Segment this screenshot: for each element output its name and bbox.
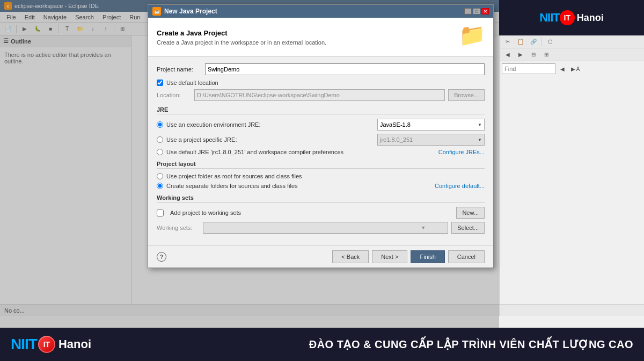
layout-project-root-label: Use project folder as root for sources a… xyxy=(166,173,302,179)
working-sets-input-row: Working sets: ▼ Select... xyxy=(157,222,485,234)
jre-env-dropdown-arrow: ▼ xyxy=(478,122,482,127)
dialog-header-title: Create a Java Project xyxy=(157,29,326,37)
right-toolbar-btn-2[interactable]: 📋 xyxy=(515,37,526,47)
right-toolbar-btn-3[interactable]: 🔗 xyxy=(528,37,539,47)
right-toolbar-sep xyxy=(541,38,542,46)
jre-section-label: JRE xyxy=(157,106,485,114)
working-sets-section-label: Working sets xyxy=(157,194,485,203)
niit-slogan: ĐÀO TẠO & CUNG CẤP LẬP TRÌNH VIÊN CHẤT L… xyxy=(309,338,633,351)
working-sets-dropdown-arrow: ▼ xyxy=(421,225,426,230)
footer-right: < Back Next > Finish Cancel xyxy=(332,250,485,263)
jre-env-dropdown[interactable]: JavaSE-1.8 ▼ xyxy=(377,119,485,131)
dialog-window-buttons: _ □ ✕ xyxy=(464,8,489,15)
use-default-location-row: Use default location xyxy=(157,80,485,86)
jre-section: JRE Use an execution environment JRE: Ja… xyxy=(157,106,485,155)
jre-specific-radio[interactable] xyxy=(157,136,163,143)
jre-env-radio[interactable] xyxy=(157,121,163,128)
configure-jre-link[interactable]: Configure JREs... xyxy=(438,149,485,155)
hanoi-text-top: Hanoi xyxy=(577,12,604,24)
project-layout-section: Project layout Use project folder as roo… xyxy=(157,161,485,189)
cancel-button[interactable]: Cancel xyxy=(448,250,485,263)
location-input xyxy=(194,89,445,101)
jre-env-value: JavaSE-1.8 xyxy=(380,121,411,128)
project-name-input[interactable] xyxy=(205,63,485,75)
dialog-maximize-btn[interactable]: □ xyxy=(473,8,480,15)
dialog-header: Create a Java Project Create a Java proj… xyxy=(148,18,493,57)
right-toolbar-btn-4[interactable]: ⬡ xyxy=(544,37,556,47)
niit-bottom-bar: NIIT IT Hanoi ĐÀO TẠO & CUNG CẤP LẬP TRÌ… xyxy=(0,328,644,361)
niit-icon-top: IT xyxy=(560,10,575,25)
dialog-close-btn[interactable]: ✕ xyxy=(481,8,489,15)
footer-left: ? xyxy=(157,252,166,262)
dialog-header-subtitle: Create a Java project in the workspace o… xyxy=(157,39,326,46)
dialog-title-left: ☕ New Java Project xyxy=(152,7,217,16)
use-default-location-checkbox[interactable] xyxy=(157,80,163,86)
find-next-btn[interactable]: ▶ A xyxy=(569,63,581,74)
right-toolbar-row-2: ◀ ▶ ⊟ ⊞ xyxy=(500,48,644,61)
jre-specific-value: jre1.8.0_251 xyxy=(380,136,413,143)
next-button[interactable]: Next > xyxy=(372,250,407,263)
add-working-sets-row: Add project to working sets New... xyxy=(157,207,485,219)
jre-env-label: Use an execution environment JRE: xyxy=(166,121,260,128)
browse-button[interactable]: Browse... xyxy=(448,89,485,101)
select-working-set-btn[interactable]: Select... xyxy=(451,222,485,234)
jre-default-radio[interactable] xyxy=(157,149,163,155)
configure-default-link[interactable]: Configure default... xyxy=(435,183,485,189)
dialog-body: Project name: Use default location Locat… xyxy=(148,57,493,246)
jre-specific-dropdown[interactable]: jre1.8.0_251 ▼ xyxy=(377,134,485,146)
add-working-sets-label: Add project to working sets xyxy=(170,210,453,216)
find-input[interactable] xyxy=(502,63,555,74)
use-default-location-label: Use default location xyxy=(166,80,218,86)
find-bar: ◀ ▶ A xyxy=(500,61,644,76)
jre-option-2-row: Use a project specific JRE: jre1.8.0_251… xyxy=(157,134,485,146)
jre-default-label: Use default JRE 'jrc1.8.0_251' and works… xyxy=(166,149,343,155)
working-sets-section: Working sets Add project to working sets… xyxy=(157,194,485,234)
right-toolbar-btn-7[interactable]: ⊟ xyxy=(528,49,539,60)
right-status xyxy=(499,304,644,316)
find-prev-btn[interactable]: ◀ xyxy=(557,63,568,74)
niit-bottom-logo: NIIT IT Hanoi xyxy=(11,336,91,353)
jre-specific-label: Use a project specific JRE: xyxy=(166,136,237,143)
new-working-set-btn[interactable]: New... xyxy=(456,207,485,219)
dialog-header-text: Create a Java Project Create a Java proj… xyxy=(157,29,326,46)
back-button[interactable]: < Back xyxy=(332,250,369,263)
layout-option-1-row: Use project folder as root for sources a… xyxy=(157,173,485,179)
niit-bottom-text: NIIT xyxy=(11,336,37,353)
location-row: Location: Browse... xyxy=(157,89,485,101)
dialog-footer: ? < Back Next > Finish Cancel xyxy=(148,246,493,268)
niit-bottom-icon: IT xyxy=(38,336,55,353)
dialog-minimize-btn[interactable]: _ xyxy=(464,8,472,15)
layout-separate-folders-label: Create separate folders for sources and … xyxy=(166,183,298,189)
right-top-area: NIIT IT Hanoi xyxy=(499,0,644,35)
dialog-header-icon: 📁 xyxy=(459,24,485,50)
project-name-label: Project name: xyxy=(157,66,205,73)
right-toolbar-btn-5[interactable]: ◀ xyxy=(502,49,514,60)
working-sets-input-label: Working sets: xyxy=(157,225,200,231)
layout-separate-folders-radio[interactable] xyxy=(157,183,163,189)
layout-option-2-row: Create separate folders for sources and … xyxy=(157,183,485,189)
niit-bottom-hanoi: Hanoi xyxy=(58,337,91,351)
project-layout-label: Project layout xyxy=(157,161,485,169)
right-toolbar-btn-1[interactable]: ✂ xyxy=(502,37,514,47)
niit-logo-top: NIIT IT Hanoi xyxy=(499,0,644,35)
jre-option-1-row: Use an execution environment JRE: JavaSE… xyxy=(157,119,485,131)
help-icon[interactable]: ? xyxy=(157,252,166,262)
finish-button[interactable]: Finish xyxy=(411,250,444,263)
new-java-project-dialog: ☕ New Java Project _ □ ✕ Create a Java P… xyxy=(148,4,494,268)
project-name-row: Project name: xyxy=(157,63,485,75)
location-label: Location: xyxy=(157,92,191,98)
right-toolbar-area: ✂ 📋 🔗 ⬡ ◀ ▶ ⊟ ⊞ ◀ ▶ A xyxy=(499,35,644,304)
right-toolbar-row-1: ✂ 📋 🔗 ⬡ xyxy=(500,35,644,48)
niit-text-top: NIIT xyxy=(539,11,560,25)
folder-icon: 📁 xyxy=(459,23,486,47)
right-toolbar-btn-8[interactable]: ⊞ xyxy=(540,49,552,60)
dialog-icon: ☕ xyxy=(152,7,161,16)
right-toolbar-btn-6[interactable]: ▶ xyxy=(515,49,526,60)
working-sets-input xyxy=(203,222,448,234)
jre-specific-dropdown-arrow: ▼ xyxy=(478,138,482,142)
add-working-sets-checkbox[interactable] xyxy=(157,210,164,216)
dialog-title-text: New Java Project xyxy=(164,8,217,15)
jre-option-3-row: Use default JRE 'jrc1.8.0_251' and works… xyxy=(157,149,485,155)
layout-project-root-radio[interactable] xyxy=(157,173,163,179)
dialog-title-bar: ☕ New Java Project _ □ ✕ xyxy=(148,5,493,18)
